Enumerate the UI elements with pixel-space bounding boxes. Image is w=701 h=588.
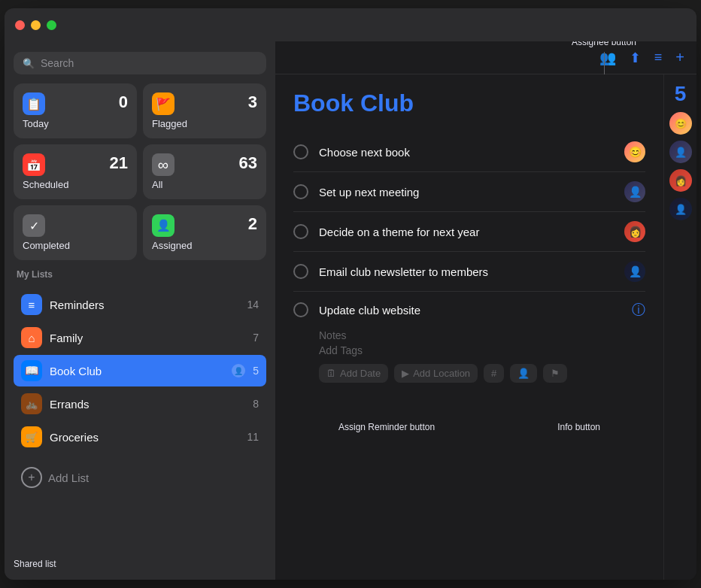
completed-icon: ✓ bbox=[23, 214, 45, 237]
errands-list-badge: 8 bbox=[253, 398, 259, 410]
avatar: 😊 bbox=[624, 141, 645, 162]
detail-body: Book Club Choose next book 😊 Set up next… bbox=[275, 74, 696, 580]
avatar[interactable]: 👤 bbox=[669, 198, 692, 220]
sidebar-item-groceries[interactable]: 🛒 Groceries 11 bbox=[14, 421, 266, 453]
task-name: Email club newsletter to members bbox=[319, 265, 614, 278]
maximize-button[interactable] bbox=[47, 20, 56, 30]
smart-list-flagged-header: 🚩 3 bbox=[152, 92, 257, 115]
bookclub-list-badge: 5 bbox=[253, 365, 259, 377]
tasks-area: Book Club Choose next book 😊 Set up next… bbox=[275, 74, 663, 580]
scheduled-count: 21 bbox=[110, 153, 128, 173]
location-icon: ▶ bbox=[402, 368, 409, 379]
tag-icon: # bbox=[491, 368, 496, 379]
sidebar-item-family[interactable]: ⌂ Family 7 bbox=[14, 322, 266, 353]
app-window: 🔍 Search 📋 0 Today 🚩 3 Flagg bbox=[5, 8, 696, 580]
assigned-count: 2 bbox=[248, 214, 257, 234]
shared-list-annotation: Shared list bbox=[14, 559, 56, 569]
annotation-shared-list: Shared list bbox=[14, 544, 266, 569]
table-row[interactable]: Choose next book 😊 bbox=[293, 132, 645, 172]
task-expanded-content: Notes Add Tags 🗓 Add Date ▶ Add Location bbox=[293, 329, 567, 392]
info-button-annotation: Info button bbox=[557, 422, 600, 432]
people-icon[interactable]: 👥 bbox=[599, 50, 616, 66]
reminders-list-icon: ≡ bbox=[21, 294, 42, 315]
family-list-badge: 7 bbox=[253, 332, 259, 344]
titlebar bbox=[5, 8, 696, 41]
today-icon: 📋 bbox=[23, 92, 45, 115]
close-button[interactable] bbox=[15, 20, 25, 30]
add-location-button[interactable]: ▶ Add Location bbox=[394, 364, 478, 383]
add-list-icon: + bbox=[21, 467, 42, 488]
share-icon[interactable]: ⬆ bbox=[630, 50, 641, 66]
task-expanded-header: Update club website ⓘ bbox=[293, 301, 645, 319]
avatar[interactable]: 👩 bbox=[669, 169, 692, 192]
table-row[interactable]: Update club website ⓘ Notes Add Tags 🗓 A… bbox=[293, 292, 645, 392]
task-checkbox[interactable] bbox=[293, 264, 308, 279]
smart-list-today[interactable]: 📋 0 Today bbox=[14, 83, 137, 138]
smart-list-flagged[interactable]: 🚩 3 Flagged bbox=[143, 83, 266, 138]
detail-panel: 👥 ⬆ ≡ + Assignee button Book Club Choose… bbox=[275, 41, 696, 580]
sidebar-item-reminders[interactable]: ≡ Reminders 14 bbox=[14, 289, 266, 320]
family-list-icon: ⌂ bbox=[21, 327, 42, 348]
minimize-button[interactable] bbox=[31, 20, 41, 30]
task-checkbox[interactable] bbox=[293, 224, 308, 239]
task-notes-label: Notes bbox=[319, 329, 567, 341]
avatar[interactable]: 👤 bbox=[669, 141, 692, 163]
flag-icon: ⚑ bbox=[551, 368, 560, 379]
add-date-label: Add Date bbox=[340, 368, 381, 379]
groceries-list-name: Groceries bbox=[50, 431, 239, 444]
main-content: 🔍 Search 📋 0 Today 🚩 3 Flagg bbox=[5, 41, 696, 580]
search-placeholder: Search bbox=[41, 57, 74, 69]
list-icon[interactable]: ≡ bbox=[654, 50, 663, 65]
assignee-button-annotation: Assignee button bbox=[572, 41, 636, 47]
smart-list-assigned-header: 👤 2 bbox=[152, 214, 257, 237]
smart-lists: 📋 0 Today 🚩 3 Flagged 📅 21 bbox=[14, 83, 266, 260]
calendar-icon: 🗓 bbox=[326, 368, 336, 379]
smart-list-completed[interactable]: ✓ Completed bbox=[14, 205, 137, 260]
family-list-name: Family bbox=[50, 332, 245, 344]
task-count: 5 bbox=[675, 82, 687, 106]
smart-list-all[interactable]: ∞ 63 All bbox=[143, 144, 266, 199]
errands-list-icon: 🚲 bbox=[21, 393, 42, 414]
task-name: Set up next meeting bbox=[319, 186, 614, 199]
task-actions: 🗓 Add Date ▶ Add Location # bbox=[319, 364, 567, 383]
avatar[interactable]: 😊 bbox=[669, 112, 692, 135]
flagged-count: 3 bbox=[248, 92, 257, 112]
table-row[interactable]: Set up next meeting 👤 bbox=[293, 172, 645, 212]
add-date-button[interactable]: 🗓 Add Date bbox=[319, 364, 388, 383]
add-tag-button[interactable]: # bbox=[484, 364, 504, 383]
add-list-button[interactable]: + Add List bbox=[14, 462, 266, 493]
table-row[interactable]: Decide on a theme for next year 👩 bbox=[293, 212, 645, 252]
assign-reminder-annotation: Assign Reminder button bbox=[338, 422, 435, 432]
smart-list-assigned[interactable]: 👤 2 Assigned bbox=[143, 205, 266, 260]
info-button[interactable]: ⓘ bbox=[632, 301, 645, 319]
flag-button[interactable]: ⚑ bbox=[543, 364, 567, 383]
add-list-label: Add List bbox=[48, 471, 89, 484]
bookclub-list-icon: 📖 bbox=[21, 360, 42, 381]
add-location-label: Add Location bbox=[413, 368, 470, 379]
task-checkbox[interactable] bbox=[293, 144, 308, 159]
today-count: 0 bbox=[119, 92, 128, 112]
reminders-list-badge: 14 bbox=[247, 299, 259, 311]
scheduled-label: Scheduled bbox=[23, 179, 128, 190]
smart-list-scheduled[interactable]: 📅 21 Scheduled bbox=[14, 144, 137, 199]
sidebar-item-bookclub[interactable]: 📖 Book Club 👤 5 bbox=[14, 355, 266, 386]
search-bar[interactable]: 🔍 Search bbox=[14, 52, 266, 74]
table-row[interactable]: Email club newsletter to members 👤 bbox=[293, 252, 645, 292]
assigned-label: Assigned bbox=[152, 240, 257, 251]
list-items: ≡ Reminders 14 ⌂ Family 7 📖 Book Club 👤 … bbox=[14, 289, 266, 453]
task-checkbox[interactable] bbox=[293, 184, 308, 199]
today-label: Today bbox=[23, 118, 128, 129]
groceries-list-badge: 11 bbox=[247, 431, 259, 443]
all-label: All bbox=[152, 179, 257, 190]
smart-list-completed-header: ✓ bbox=[23, 214, 128, 237]
shared-list-icon: 👤 bbox=[232, 364, 245, 377]
list-title: Book Club bbox=[293, 89, 645, 117]
groceries-list-icon: 🛒 bbox=[21, 426, 42, 447]
add-button[interactable]: + bbox=[675, 49, 684, 66]
task-checkbox[interactable] bbox=[293, 302, 308, 317]
errands-list-name: Errands bbox=[50, 398, 245, 411]
smart-list-all-header: ∞ 63 bbox=[152, 153, 257, 176]
smart-list-scheduled-header: 📅 21 bbox=[23, 153, 128, 176]
assign-reminder-button[interactable]: 👤 bbox=[510, 364, 537, 383]
sidebar-item-errands[interactable]: 🚲 Errands 8 bbox=[14, 388, 266, 420]
